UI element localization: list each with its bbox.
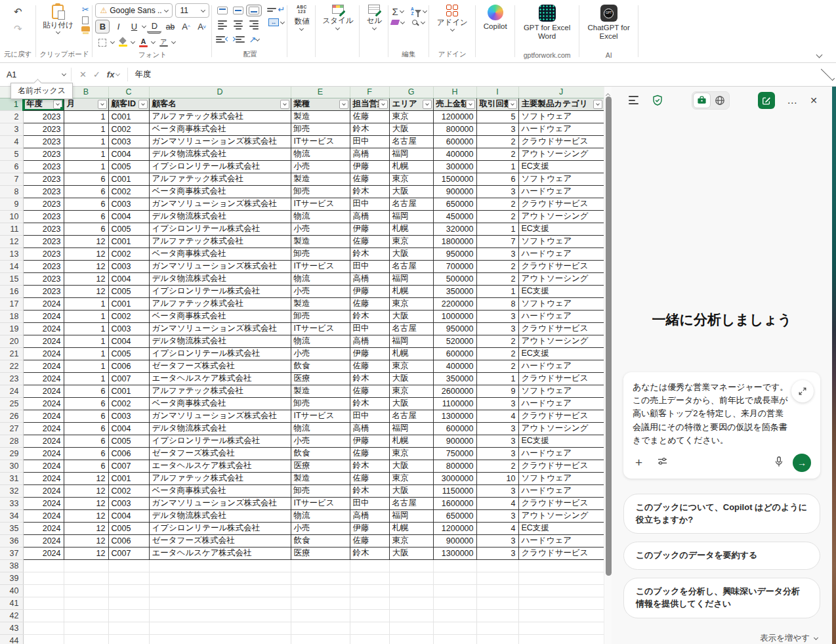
grid-cell[interactable]: 名古屋 <box>389 260 433 272</box>
grid-cell[interactable] <box>149 622 291 634</box>
col-header-J[interactable]: J <box>518 87 604 98</box>
grid-cell[interactable]: 2024 <box>23 522 64 534</box>
grid-cell[interactable]: 3 <box>476 310 518 322</box>
font-name-select[interactable]: ⚠ Google Sans ... <box>95 3 173 18</box>
paste-button[interactable]: 貼り付け <box>39 3 77 35</box>
grid-cell[interactable]: 520000 <box>433 335 476 347</box>
enter-button[interactable]: ✓ <box>93 70 100 79</box>
grid-cell[interactable]: 高橋 <box>350 335 389 347</box>
grid-cell[interactable]: 鈴木 <box>350 372 389 385</box>
grid-cell[interactable]: 2 <box>476 210 518 223</box>
grid-cell[interactable]: C007 <box>108 372 149 385</box>
grid-cell[interactable] <box>518 559 604 572</box>
grid-cell[interactable]: ベータ商事株式会社 <box>149 185 291 198</box>
grid-cell[interactable]: 2024 <box>23 372 64 385</box>
grid-cell[interactable]: 佐藤 <box>350 173 389 185</box>
grid-cell[interactable]: 6 <box>64 385 108 397</box>
grid-cell[interactable]: 東京 <box>389 173 433 185</box>
grid-cell[interactable]: 750000 <box>433 447 476 460</box>
grid-cell[interactable]: 3 <box>476 185 518 198</box>
grid-cell[interactable]: 大阪 <box>389 310 433 322</box>
grid-cell[interactable] <box>476 597 518 609</box>
grid-cell[interactable] <box>108 559 149 572</box>
grid-cell[interactable] <box>64 584 108 597</box>
grid-cell[interactable]: 800000 <box>433 460 476 472</box>
grid-cell[interactable]: 製造 <box>291 472 350 484</box>
row-header[interactable]: 23 <box>0 372 23 385</box>
fill-color-button[interactable] <box>115 35 130 49</box>
grid-cell[interactable]: 田中 <box>350 260 389 272</box>
grid-cell[interactable]: ITサービス <box>291 198 350 210</box>
grid-cell[interactable]: 950000 <box>433 322 476 335</box>
addins-button[interactable]: アドイン <box>432 3 473 32</box>
filter-dropdown-button[interactable] <box>280 100 289 109</box>
formula-bar-expand-icon[interactable] <box>821 67 835 81</box>
row-header[interactable]: 44 <box>0 634 23 644</box>
table-header-cell[interactable]: 月 <box>64 98 108 110</box>
row-header[interactable]: 29 <box>0 447 23 460</box>
row-header[interactable]: 15 <box>0 272 23 285</box>
undo-button[interactable]: ↶ <box>14 6 22 18</box>
grid-cell[interactable]: 1 <box>64 148 108 160</box>
grid-cell[interactable]: クラウドサービス <box>518 410 604 422</box>
align-top-button[interactable] <box>217 7 228 14</box>
grid-cell[interactable]: 12 <box>64 272 108 285</box>
align-bottom-button[interactable] <box>246 5 262 16</box>
filter-dropdown-button[interactable] <box>98 100 107 109</box>
grid-cell[interactable]: 大阪 <box>389 397 433 410</box>
col-header-F[interactable]: F <box>350 87 389 98</box>
row-header[interactable]: 9 <box>0 198 23 210</box>
grid-cell[interactable] <box>64 622 108 634</box>
grid-cell[interactable]: エータヘルスケア株式会社 <box>149 547 291 559</box>
attach-plus-button[interactable]: + <box>635 456 642 470</box>
grid-cell[interactable]: ガンマソリューションズ株式会社 <box>149 135 291 148</box>
row-header[interactable]: 31 <box>0 472 23 484</box>
grid-cell[interactable] <box>476 559 518 572</box>
grid-cell[interactable]: エータヘルスケア株式会社 <box>149 372 291 385</box>
font-size-select[interactable]: 11 <box>175 3 209 18</box>
grid-cell[interactable]: 小売 <box>291 223 350 235</box>
grid-cell[interactable] <box>291 597 350 609</box>
grid-cell[interactable]: 小売 <box>291 522 350 534</box>
grid-cell[interactable]: 伊藤 <box>350 347 389 360</box>
styles-button[interactable]: スタイル <box>318 3 357 31</box>
col-header-D[interactable]: D <box>149 87 291 98</box>
grid-cell[interactable]: 6 <box>64 447 108 460</box>
grid-cell[interactable]: 3 <box>476 484 518 497</box>
grid-cell[interactable]: 6 <box>64 210 108 223</box>
grid-cell[interactable]: 製造 <box>291 110 350 123</box>
cells-button[interactable]: セル <box>362 3 386 31</box>
col-header-H[interactable]: H <box>433 87 476 98</box>
grid-cell[interactable]: デルタ物流株式会社 <box>149 509 291 522</box>
redo-button[interactable]: ↷ <box>14 23 22 35</box>
grid-cell[interactable]: 医療 <box>291 547 350 559</box>
grid-cell[interactable]: 名古屋 <box>389 322 433 335</box>
grid-cell[interactable]: 12 <box>64 534 108 547</box>
grid-cell[interactable] <box>149 572 291 584</box>
grid-cell[interactable]: デルタ物流株式会社 <box>149 272 291 285</box>
align-center-button[interactable] <box>234 20 243 30</box>
grid-cell[interactable]: C003 <box>108 198 149 210</box>
name-box[interactable]: A1 <box>0 69 71 81</box>
grid-cell[interactable]: 佐藤 <box>350 110 389 123</box>
grid-cell[interactable]: 製造 <box>291 235 350 247</box>
cut-button[interactable]: ✂ <box>81 5 90 14</box>
grid-cell[interactable]: 小売 <box>291 435 350 447</box>
grid-cell[interactable]: 福岡 <box>389 148 433 160</box>
grid-cell[interactable]: 大阪 <box>389 547 433 559</box>
grid-cell[interactable]: 2024 <box>23 322 64 335</box>
grid-cell[interactable]: 300000 <box>433 160 476 173</box>
grid-cell[interactable]: アルファテック株式会社 <box>149 235 291 247</box>
align-right-button[interactable] <box>249 20 259 30</box>
grid-cell[interactable]: 名古屋 <box>389 135 433 148</box>
row-header[interactable]: 22 <box>0 360 23 372</box>
grid-cell[interactable]: 卸売 <box>291 185 350 198</box>
grid-cell[interactable]: 佐藤 <box>350 235 389 247</box>
grid-cell[interactable]: 500000 <box>433 272 476 285</box>
grid-cell[interactable]: 2024 <box>23 497 64 509</box>
row-header[interactable]: 17 <box>0 297 23 310</box>
grid-cell[interactable]: 2024 <box>23 422 64 435</box>
grid-cell[interactable] <box>149 584 291 597</box>
row-header[interactable]: 8 <box>0 185 23 198</box>
grid-cell[interactable]: デルタ物流株式会社 <box>149 335 291 347</box>
